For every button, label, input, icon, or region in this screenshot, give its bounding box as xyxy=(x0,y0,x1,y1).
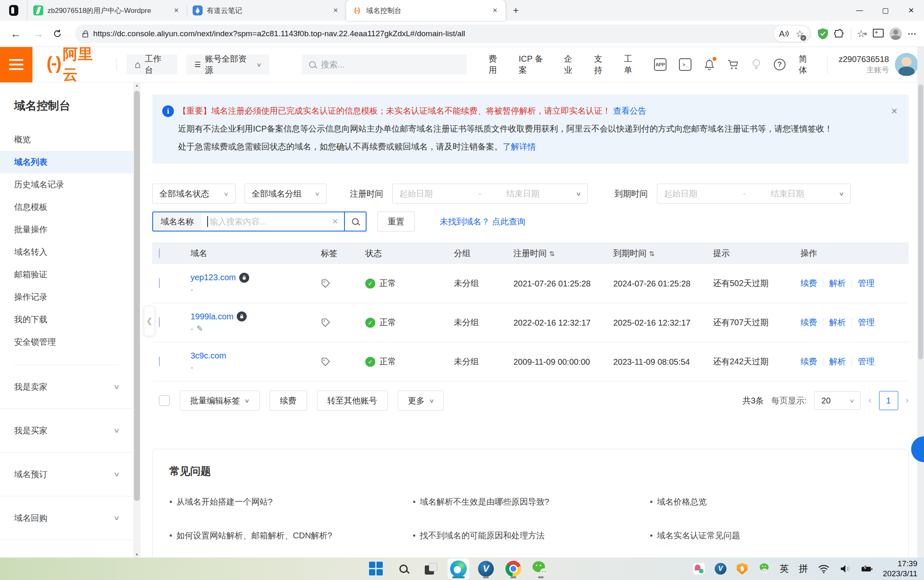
language-switch[interactable]: 简体 xyxy=(799,53,815,76)
domain-link[interactable]: yep123.com xyxy=(191,273,249,283)
domain-search-input[interactable]: 输入搜索内容... xyxy=(201,212,326,231)
batch-edit-tags-button[interactable]: 批量编辑标签∨ xyxy=(180,391,260,411)
faq-link[interactable]: 找不到域名的可能原因和处理方法 xyxy=(413,530,650,541)
renew-link[interactable]: 续费 xyxy=(800,356,817,367)
sidebar-collapse-handle[interactable]: ❮ xyxy=(144,306,155,336)
sidebar-group-seller[interactable]: 我是卖家∨ xyxy=(0,365,133,409)
taskbar-edge-button[interactable] xyxy=(448,558,469,579)
url-text[interactable]: https://dc.console.aliyun.com/next/index… xyxy=(93,29,769,38)
sidebar-item-domain-list[interactable]: 域名列表 xyxy=(0,151,133,173)
manage-link[interactable]: 管理 xyxy=(858,356,874,367)
page-scrollbar[interactable] xyxy=(917,47,924,558)
workbench-button[interactable]: ⌂ 工作台 xyxy=(126,55,177,75)
ime-pinyin-indicator[interactable]: 拼 xyxy=(799,563,808,575)
page-number[interactable]: 1 xyxy=(879,391,898,410)
console-search-input[interactable]: 搜索... xyxy=(302,55,467,75)
app-icon[interactable]: APP xyxy=(654,58,666,71)
clock[interactable]: 17:39 2023/3/11 xyxy=(883,559,917,579)
battery-icon[interactable] xyxy=(861,563,873,575)
faq-link[interactable]: 域名解析不生效是由哪些原因导致? xyxy=(413,496,650,508)
faq-link[interactable]: 域名价格总览 xyxy=(650,496,892,508)
volume-icon[interactable] xyxy=(840,563,851,575)
account-avatar[interactable] xyxy=(895,53,918,76)
sidebar-group-buyback[interactable]: 域名回购∨ xyxy=(0,496,133,540)
row-checkbox[interactable] xyxy=(159,356,160,366)
sidebar-group-preorder[interactable]: 域名预订∨ xyxy=(0,453,133,496)
scrollbar-thumb[interactable] xyxy=(134,91,140,501)
domain-status-select[interactable]: 全部域名状态∨ xyxy=(152,184,235,204)
notice-detail-link[interactable]: 了解详情 xyxy=(503,142,536,151)
more-menu-icon[interactable]: ··· xyxy=(908,29,917,39)
sidebar-item-batch-ops[interactable]: 批量操作 xyxy=(0,218,133,241)
domain-link[interactable]: 1999la.com xyxy=(191,311,247,321)
sidebar-item-history[interactable]: 历史域名记录 xyxy=(0,173,133,196)
sort-icon[interactable]: ⇅ xyxy=(649,250,654,257)
help-icon[interactable]: ? xyxy=(774,59,785,70)
start-button[interactable] xyxy=(365,558,387,579)
domain-not-found-link[interactable]: 点此查询 xyxy=(492,217,525,226)
sort-icon[interactable]: ⇅ xyxy=(549,250,555,257)
minimize-icon[interactable]: — xyxy=(847,0,872,21)
ime-english-indicator[interactable]: 英 xyxy=(780,563,789,575)
close-window-icon[interactable]: ✕ xyxy=(898,0,924,21)
refresh-icon[interactable] xyxy=(52,29,69,39)
menu-enterprise[interactable]: 企业 xyxy=(564,53,580,76)
collections-icon[interactable] xyxy=(873,30,884,37)
aliyun-logo[interactable]: (-) 阿里云 xyxy=(47,44,106,85)
terminal-icon[interactable]: >_ xyxy=(679,58,691,71)
per-page-select[interactable]: 20∨ xyxy=(814,391,861,410)
tab-close-icon[interactable]: ✕ xyxy=(331,6,340,15)
adguard-shield-icon[interactable] xyxy=(817,28,828,40)
start-date-input[interactable]: 起始日期 xyxy=(664,188,697,199)
tag-icon[interactable] xyxy=(321,357,365,367)
resources-dropdown[interactable]: ☰ 账号全部资源 ∨ xyxy=(186,55,270,75)
extensions-icon[interactable] xyxy=(834,28,845,39)
reset-button[interactable]: 重置 xyxy=(377,212,415,232)
scroll-up-icon[interactable]: ▲ xyxy=(133,83,141,87)
maximize-icon[interactable]: ▢ xyxy=(872,0,898,21)
end-date-input[interactable]: 结束日期 xyxy=(506,188,540,199)
renew-link[interactable]: 续费 xyxy=(800,317,817,328)
search-field-label[interactable]: 域名名称 xyxy=(153,212,201,231)
account-menu[interactable]: z2907636518 主账号 xyxy=(839,53,924,76)
taskbar-search-button[interactable] xyxy=(393,558,414,579)
batch-transfer-button[interactable]: 转至其他账号 xyxy=(317,391,388,411)
next-page-icon[interactable]: › xyxy=(906,395,909,406)
prev-page-icon[interactable]: ‹ xyxy=(868,395,871,406)
menu-support[interactable]: 支持 xyxy=(594,53,610,76)
sidebar-group-buyer[interactable]: 我是买家∨ xyxy=(0,409,133,453)
menu-icp[interactable]: ICP 备案 xyxy=(519,53,550,76)
tray-v-app-icon[interactable]: V xyxy=(715,563,726,575)
tab-domain-console[interactable]: (-) 域名控制台 ✕ xyxy=(346,0,505,21)
dns-link[interactable]: 解析 xyxy=(829,278,846,289)
taskbar-chrome-button[interactable] xyxy=(503,558,524,579)
sidebar-item-info-template[interactable]: 信息模板 xyxy=(0,196,133,218)
sidebar-item-op-log[interactable]: 操作记录 xyxy=(0,286,133,308)
manage-link[interactable]: 管理 xyxy=(858,317,874,328)
tray-wechat-icon[interactable] xyxy=(758,563,770,575)
sidebar-item-email-verify[interactable]: 邮箱验证 xyxy=(0,263,133,286)
taskbar-v-app-button[interactable]: V xyxy=(475,558,497,579)
reg-time-range[interactable]: 起始日期 - 结束日期 ∨ xyxy=(392,184,588,204)
search-button[interactable] xyxy=(344,212,366,231)
menu-billing[interactable]: 费用 xyxy=(488,53,504,76)
scrollbar-thumb[interactable] xyxy=(918,85,923,359)
row-checkbox[interactable] xyxy=(159,317,160,327)
domain-group-select[interactable]: 全部域名分组∨ xyxy=(245,184,327,204)
domain-link[interactable]: 3c9c.com xyxy=(191,351,226,361)
tray-colorful-app-icon[interactable] xyxy=(693,563,705,575)
menu-tickets[interactable]: 工单 xyxy=(624,53,640,76)
hamburger-menu-button[interactable] xyxy=(0,47,32,82)
tray-security-shield-icon[interactable] xyxy=(736,563,748,575)
batch-renew-button[interactable]: 续费 xyxy=(270,391,307,411)
tab-close-icon[interactable]: ✕ xyxy=(490,6,500,15)
cart-icon[interactable] xyxy=(727,59,739,70)
batch-select-checkbox[interactable] xyxy=(159,395,170,406)
address-bar[interactable]: https://dc.console.aliyun.com/next/index… xyxy=(75,25,812,43)
tab-close-icon[interactable]: ✕ xyxy=(171,6,181,15)
notice-announcement-link[interactable]: 查看公告 xyxy=(613,106,647,115)
end-date-input[interactable]: 结束日期 xyxy=(771,188,804,199)
tab-user-center[interactable]: zb29076518的用户中心-Wordpre ✕ xyxy=(27,0,187,21)
lock-icon[interactable] xyxy=(82,33,88,37)
start-date-input[interactable]: 起始日期 xyxy=(399,188,433,199)
